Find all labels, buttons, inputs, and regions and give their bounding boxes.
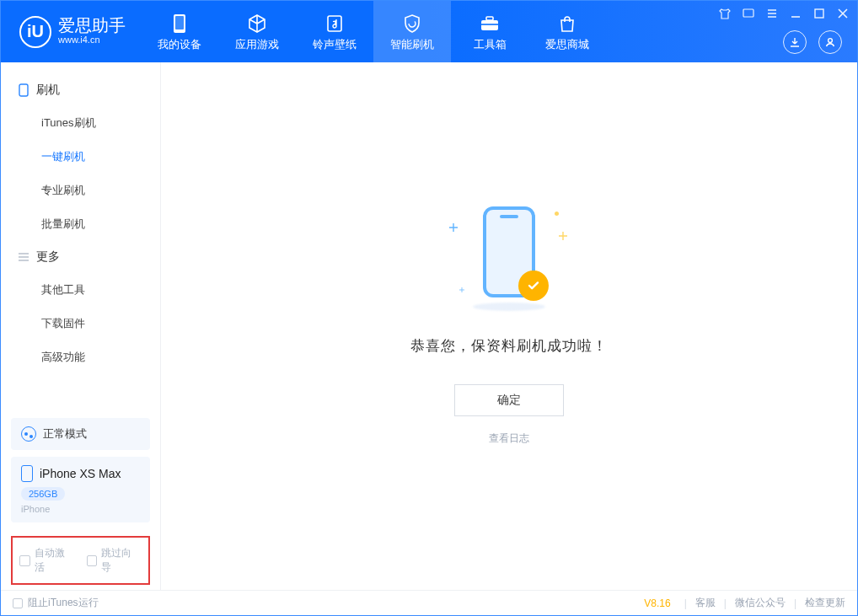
tshirt-icon[interactable] xyxy=(717,6,732,21)
tab-label: 应用游戏 xyxy=(235,37,279,52)
check-badge-icon xyxy=(518,271,549,301)
tab-label: 工具箱 xyxy=(474,37,507,52)
window-controls xyxy=(717,6,850,21)
minimize-icon[interactable] xyxy=(788,6,803,21)
app-name: 爱思助手 xyxy=(58,17,126,34)
checkbox-icon xyxy=(19,555,30,566)
svg-rect-5 xyxy=(481,24,498,25)
tab-smart-flash[interactable]: 智能刷机 xyxy=(373,1,451,62)
sidebar-item-other-tools[interactable]: 其他工具 xyxy=(1,273,160,307)
download-icon[interactable] xyxy=(783,30,807,54)
sparkle-icon xyxy=(459,281,464,286)
cube-icon xyxy=(247,12,267,35)
sidebar-item-pro-flash[interactable]: 专业刷机 xyxy=(1,174,160,207)
svg-rect-1 xyxy=(175,16,184,29)
tab-label: 爱思商城 xyxy=(545,37,589,52)
header-action-circles xyxy=(783,30,842,54)
device-card[interactable]: iPhone XS Max 256GB iPhone xyxy=(11,457,150,522)
checkbox-auto-activate[interactable]: 自动激活 xyxy=(19,546,75,575)
app-url: www.i4.cn xyxy=(58,34,126,46)
version-label: V8.16 xyxy=(644,597,670,609)
sidebar-item-oneclick-flash[interactable]: 一键刷机 xyxy=(1,140,160,174)
svg-rect-4 xyxy=(486,17,493,20)
sidebar-item-batch-flash[interactable]: 批量刷机 xyxy=(1,207,160,241)
tab-toolbox[interactable]: 工具箱 xyxy=(451,1,528,62)
app-header: iU 爱思助手 www.i4.cn 我的设备 应用游戏 铃声壁纸 智能刷机 工具… xyxy=(1,1,857,62)
sidebar-item-download-firmware[interactable]: 下载固件 xyxy=(1,307,160,340)
user-account-icon[interactable] xyxy=(818,30,842,54)
sidebar-group-more: 更多 xyxy=(1,241,160,273)
device-storage-badge: 256GB xyxy=(21,487,65,501)
tab-apps-games[interactable]: 应用游戏 xyxy=(218,1,296,62)
sidebar-group-flash: 刷机 xyxy=(1,74,160,106)
view-log-link[interactable]: 查看日志 xyxy=(489,431,529,446)
sidebar-group-title: 更多 xyxy=(36,249,60,265)
tab-label: 智能刷机 xyxy=(390,37,434,52)
separator: | xyxy=(724,597,727,609)
nav-tabs: 我的设备 应用游戏 铃声壁纸 智能刷机 工具箱 爱思商城 xyxy=(141,1,606,62)
checkbox-label: 自动激活 xyxy=(35,546,75,575)
music-note-icon xyxy=(325,12,344,35)
logo-icon: iU xyxy=(19,16,51,48)
options-highlight-box: 自动激活 跳过向导 xyxy=(11,536,150,585)
shield-refresh-icon xyxy=(402,12,422,35)
close-icon[interactable] xyxy=(835,6,850,21)
main-content: 恭喜您，保资料刷机成功啦！ 确定 查看日志 xyxy=(161,62,857,590)
device-name: iPhone XS Max xyxy=(40,467,121,480)
svg-point-8 xyxy=(829,39,833,43)
toolbox-icon xyxy=(480,12,500,35)
sidebar-item-advanced[interactable]: 高级功能 xyxy=(1,340,160,374)
tab-store[interactable]: 爱思商城 xyxy=(528,1,606,62)
footer-link-wechat[interactable]: 微信公众号 xyxy=(735,596,786,610)
phone-icon xyxy=(21,465,33,482)
svg-rect-2 xyxy=(328,16,341,31)
mode-icon xyxy=(21,426,36,442)
device-icon xyxy=(172,12,187,35)
sidebar: 刷机 iTunes刷机 一键刷机 专业刷机 批量刷机 更多 其他工具 下载固件 … xyxy=(1,62,161,590)
success-message: 恭喜您，保资料刷机成功啦！ xyxy=(410,336,608,356)
sidebar-item-itunes-flash[interactable]: iTunes刷机 xyxy=(1,106,160,140)
tab-my-device[interactable]: 我的设备 xyxy=(141,1,218,62)
svg-rect-6 xyxy=(743,9,753,17)
shopping-bag-icon xyxy=(558,12,576,35)
footer-link-support[interactable]: 客服 xyxy=(695,596,716,610)
maximize-icon[interactable] xyxy=(812,6,827,21)
separator: | xyxy=(684,597,687,609)
app-logo: iU 爱思助手 www.i4.cn xyxy=(1,1,141,62)
checkbox-icon xyxy=(13,598,23,608)
status-bar: 阻止iTunes运行 V8.16 | 客服 | 微信公众号 | 检查更新 xyxy=(1,590,857,615)
footer-link-check-update[interactable]: 检查更新 xyxy=(805,596,845,610)
feedback-icon[interactable] xyxy=(741,6,756,21)
checkbox-skip-guide[interactable]: 跳过向导 xyxy=(87,546,142,575)
sparkle-icon xyxy=(559,228,567,237)
svg-rect-9 xyxy=(19,84,28,96)
checkbox-label: 跳过向导 xyxy=(101,546,142,575)
success-illustration xyxy=(471,206,547,308)
sparkle-dot-icon xyxy=(555,212,559,216)
checkbox-block-itunes[interactable]: 阻止iTunes运行 xyxy=(13,596,99,610)
device-type: iPhone xyxy=(21,504,140,514)
device-mode-card[interactable]: 正常模式 xyxy=(11,418,150,450)
separator: | xyxy=(794,597,796,609)
phone-outline-icon xyxy=(18,84,29,96)
menu-icon[interactable] xyxy=(764,6,780,21)
device-mode-label: 正常模式 xyxy=(43,426,87,442)
tab-ringtones-wallpapers[interactable]: 铃声壁纸 xyxy=(296,1,373,62)
ok-button[interactable]: 确定 xyxy=(454,384,564,416)
checkbox-icon xyxy=(87,555,98,566)
list-icon xyxy=(18,251,29,263)
svg-rect-7 xyxy=(815,9,823,18)
sparkle-icon xyxy=(449,220,458,228)
checkbox-label: 阻止iTunes运行 xyxy=(28,596,99,610)
tab-label: 我的设备 xyxy=(158,37,201,52)
sidebar-group-title: 刷机 xyxy=(36,83,60,98)
tab-label: 铃声壁纸 xyxy=(313,37,357,52)
